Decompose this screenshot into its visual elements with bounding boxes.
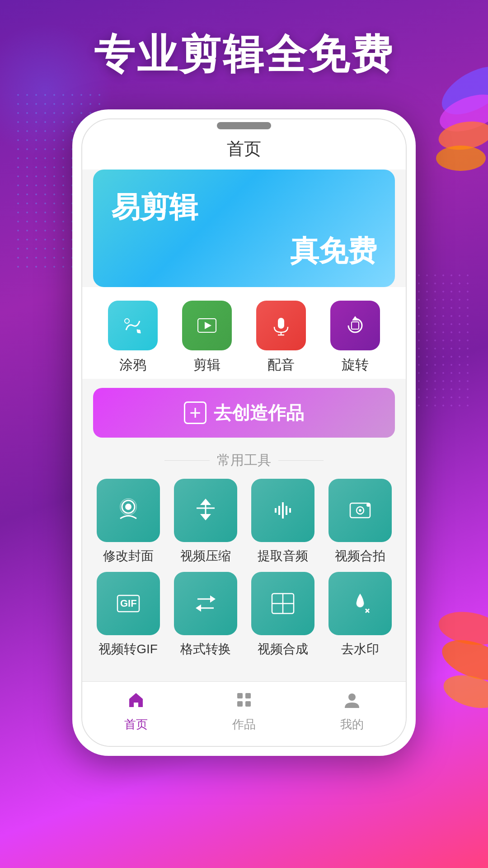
tool-merge[interactable]: 视频合成	[248, 572, 318, 658]
tool-watermark[interactable]: 去水印	[325, 572, 395, 658]
svg-point-32	[366, 503, 370, 507]
svg-point-0	[434, 57, 488, 124]
svg-point-6	[440, 670, 488, 713]
nav-home-label: 首页	[124, 717, 148, 732]
watermark-icon	[328, 572, 392, 635]
common-tools-grid: 修改封面 视频压缩	[82, 474, 406, 662]
svg-rect-47	[245, 701, 251, 707]
compress-label: 视频压缩	[180, 547, 231, 565]
hero-title: 专业剪辑全免费	[94, 27, 394, 82]
cover-icon	[97, 479, 160, 542]
svg-marker-22	[200, 499, 211, 505]
merge-icon	[251, 572, 314, 635]
svg-rect-11	[278, 318, 284, 329]
rotate-label: 旋转	[342, 356, 369, 374]
profile-icon	[343, 691, 361, 713]
cover-label: 修改封面	[103, 547, 154, 565]
nav-profile-label: 我的	[340, 717, 364, 732]
convert-icon	[174, 572, 237, 635]
bottom-nav: 首页 作品	[82, 681, 406, 746]
merge-label: 视频合成	[258, 641, 308, 658]
gif-label: 视频转GIF	[99, 641, 158, 658]
collab-label: 视频合拍	[335, 547, 385, 565]
svg-rect-15	[352, 322, 359, 329]
section-line-right	[278, 460, 324, 461]
nav-home[interactable]: 首页	[124, 691, 148, 732]
svg-point-1	[435, 87, 488, 139]
svg-rect-46	[237, 701, 243, 707]
svg-point-4	[436, 607, 488, 649]
nav-works-label: 作品	[232, 717, 256, 732]
tool-gif[interactable]: GIF 视频转GIF	[93, 572, 163, 658]
edit-label: 剪辑	[193, 356, 221, 374]
compress-icon	[174, 479, 237, 542]
common-tools-title: 常用工具	[82, 447, 406, 474]
common-tools-label: 常用工具	[217, 451, 271, 470]
collab-icon	[328, 479, 392, 542]
phone-wrapper: 首页 易剪辑 真免费	[72, 109, 416, 756]
create-button[interactable]: + 去创造作品	[93, 388, 395, 438]
svg-rect-45	[245, 693, 251, 698]
tool-doodle[interactable]: 涂鸦	[108, 301, 158, 374]
home-icon	[127, 691, 145, 713]
convert-label: 格式转换	[180, 641, 231, 658]
tool-compress[interactable]: 视频压缩	[170, 479, 240, 565]
nav-works[interactable]: 作品	[232, 691, 256, 732]
banner-line2: 真免费	[111, 231, 377, 271]
works-icon	[235, 691, 253, 713]
svg-point-5	[437, 632, 488, 688]
svg-marker-36	[196, 604, 201, 612]
audio-icon	[251, 479, 314, 542]
tool-dub[interactable]: 配音	[256, 301, 306, 374]
tool-convert[interactable]: 格式转换	[170, 572, 240, 658]
svg-point-2	[436, 118, 488, 154]
phone-screen: 首页 易剪辑 真免费	[81, 118, 407, 747]
edit-icon	[182, 301, 232, 350]
create-plus-icon: +	[184, 401, 206, 424]
doodle-icon	[108, 301, 158, 350]
doodle-label: 涂鸦	[119, 356, 146, 374]
quick-tools-row: 涂鸦 剪辑	[82, 287, 406, 379]
svg-point-8	[125, 319, 129, 323]
svg-rect-44	[237, 693, 243, 698]
dub-icon	[256, 301, 306, 350]
gif-icon: GIF	[97, 572, 160, 635]
dub-label: 配音	[267, 356, 295, 374]
phone-outer: 首页 易剪辑 真免费	[72, 109, 416, 756]
svg-point-3	[436, 146, 486, 171]
svg-point-48	[348, 693, 356, 701]
svg-point-17	[125, 504, 131, 510]
tool-audio[interactable]: 提取音频	[248, 479, 318, 565]
watermark-label: 去水印	[341, 641, 379, 658]
create-button-label: 去创造作品	[214, 401, 304, 425]
section-line-left	[164, 460, 210, 461]
app-banner[interactable]: 易剪辑 真免费	[93, 170, 395, 287]
tool-rotate[interactable]: 旋转	[330, 301, 380, 374]
svg-marker-14	[352, 316, 358, 321]
nav-profile[interactable]: 我的	[340, 691, 364, 732]
rotate-icon	[330, 301, 380, 350]
phone-notch	[217, 122, 271, 129]
svg-marker-10	[205, 322, 211, 329]
tool-collab[interactable]: 视频合拍	[325, 479, 395, 565]
audio-label: 提取音频	[258, 547, 308, 565]
svg-text:GIF: GIF	[120, 598, 137, 609]
tool-edit[interactable]: 剪辑	[182, 301, 232, 374]
svg-point-31	[359, 509, 361, 512]
banner-line1: 易剪辑	[111, 188, 377, 227]
tool-cover[interactable]: 修改封面	[93, 479, 163, 565]
background: 专业剪辑全免费 首页 易剪辑 真免费	[0, 0, 488, 868]
svg-marker-20	[200, 514, 211, 520]
svg-marker-35	[210, 595, 216, 603]
